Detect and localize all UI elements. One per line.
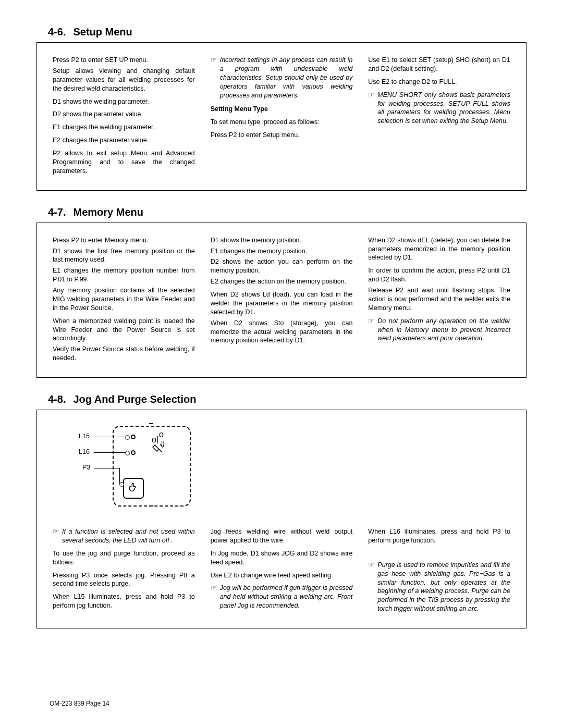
- section-memory-menu: 4-7.Memory Menu Press P2 to enter Memory…: [36, 206, 527, 378]
- p: Any memory position contains all the sel…: [53, 286, 195, 313]
- col46-1: Press P2 to enter SET UP menu. Setup all…: [53, 56, 195, 180]
- content-box-46: Press P2 to enter SET UP menu. Setup all…: [36, 42, 527, 191]
- subhead-setting-menu-type: Setting Menu Type: [211, 105, 353, 114]
- col48-2: Jog feeds welding wire without weld outp…: [211, 527, 353, 618]
- section-name-47: Memory Menu: [73, 206, 143, 218]
- note: ☞MENU SHORT only shows basic parameters …: [368, 91, 510, 126]
- section-name-48: Jog And Purge Selection: [73, 393, 196, 405]
- p: Press P2 to enter Setup menu.: [211, 131, 353, 140]
- col46-2: ☞Incorrect settings in any process can r…: [211, 56, 353, 180]
- col47-1: Press P2 to enter Memory menu. D1 shows …: [53, 236, 195, 367]
- note-text: Incorrect settings in any process can re…: [220, 56, 353, 100]
- p: Press P2 to enter Memory menu.: [53, 236, 195, 245]
- leader-l16: [94, 452, 129, 453]
- leader-p3-end: [119, 484, 124, 484]
- pointing-hand-icon: ☞: [211, 56, 217, 100]
- pointing-hand-icon: ☞: [368, 91, 374, 126]
- note: ☞Incorrect settings in any process can r…: [211, 56, 353, 100]
- label-l15: L15: [79, 433, 90, 440]
- p: Pressing P3 once selects jog. Pressing P…: [53, 571, 195, 589]
- p: Use E1 to select SET (setup) SHO (short)…: [368, 56, 510, 73]
- jog-purge-diagram: oo⇩ L15 L16 P3 .lead3::after{display:non…: [60, 423, 217, 512]
- section-setup-menu: 4-6.Setup Menu Press P2 to enter SET UP …: [36, 26, 527, 191]
- p: In order to confirm the action, press P2…: [368, 266, 510, 284]
- p: E2 changes the parameter value.: [53, 136, 195, 145]
- pointing-hand-icon: ☞: [211, 584, 217, 610]
- label-p3: P3: [82, 464, 90, 471]
- tick-top: [149, 423, 153, 424]
- p: Use E2 to change D2 to FULL.: [368, 78, 510, 87]
- p: D2 shows the parameter value.: [53, 110, 195, 119]
- p: To set menu type, proceed as follows:: [211, 118, 353, 127]
- button-p3: [123, 478, 144, 499]
- torch-icon: [152, 444, 164, 461]
- note-text: Purge is used to remove impurities and f…: [377, 561, 510, 613]
- col47-3: When D2 shows dEL (delete), you can dele…: [368, 236, 510, 367]
- col47-2: D1 shows the memory position. E1 changes…: [211, 236, 353, 367]
- p: When D2 shows dEL (delete), you can dele…: [368, 236, 510, 263]
- p: E2 changes the action on the memory posi…: [211, 277, 353, 286]
- content-box-48: oo⇩ L15 L16 P3 .lead3::after{display:non…: [36, 410, 527, 628]
- p: E1 changes the memory position number fr…: [53, 266, 195, 284]
- section-title-47: 4-7.Memory Menu: [36, 206, 527, 218]
- spacer: [368, 549, 510, 557]
- note-text: Jog will be performed if gun trigger is …: [220, 584, 353, 610]
- content-box-47: Press P2 to enter Memory menu. D1 shows …: [36, 223, 527, 378]
- p: D1 shows the welding parameter.: [53, 97, 195, 106]
- p: Setup allows viewing and changing defaul…: [53, 67, 195, 93]
- p: Press P2 to enter SET UP menu.: [53, 56, 195, 65]
- led-l16: [131, 450, 136, 455]
- leader-p3: [94, 468, 120, 468]
- p: E1 changes the welding parameter.: [53, 123, 195, 132]
- leader-l15: [94, 437, 129, 437]
- note: ☞Purge is used to remove impurities and …: [368, 561, 510, 613]
- p: D1 shows the first free memory position …: [53, 247, 195, 265]
- p: Jog feeds welding wire without weld outp…: [211, 527, 353, 545]
- p: When a memorized welding point is loaded…: [53, 317, 195, 343]
- p: D1 shows the memory position.: [211, 236, 353, 245]
- p: E1 changes the memory position.: [211, 247, 353, 256]
- section-num-46: 4-6.: [48, 26, 66, 38]
- pointing-hand-icon: ☞: [53, 527, 59, 545]
- p: Release P2 and wait until flashing stops…: [368, 286, 510, 313]
- note: ☞If a function is selected and not used …: [53, 527, 195, 545]
- label-l16: L16: [79, 448, 90, 455]
- leader-p3-seg: [119, 468, 120, 484]
- p: Use E2 to change wire feed speed setting…: [211, 571, 353, 580]
- note: ☞Jog will be performed if gun trigger is…: [211, 584, 353, 610]
- page-footer: OM-223 839 Page 14: [50, 700, 109, 707]
- section-num-48: 4-8.: [48, 393, 66, 405]
- note-text: Do not perform any operation on the weld…: [377, 317, 510, 343]
- section-title-46: 4-6.Setup Menu: [36, 26, 527, 38]
- pointing-hand-icon: ☞: [368, 317, 374, 343]
- section-title-48: 4-8.Jog And Purge Selection: [36, 393, 527, 405]
- p: When D2 shows Sto (storage), you can mem…: [211, 319, 353, 346]
- p: P2 allows to exit setup Menu and Advance…: [53, 149, 195, 176]
- p: When L16 illuminates, press and hold P3 …: [368, 527, 510, 545]
- p: In Jog mode, D1 shows JOG and D2 shows w…: [211, 549, 353, 567]
- section-jog-purge: 4-8.Jog And Purge Selection oo⇩ L15 L16 …: [36, 393, 527, 628]
- p: D2 shows the action you can perform on t…: [211, 257, 353, 275]
- pointing-hand-icon: ☞: [368, 561, 374, 613]
- tick-bot: [149, 505, 153, 507]
- note-text: MENU SHORT only shows basic parameters f…: [377, 91, 510, 126]
- col48-3: When L16 illuminates, press and hold P3 …: [368, 527, 510, 618]
- p: When L15 illuminates, press and hold P3 …: [53, 593, 195, 610]
- note-text: If a function is selected and not used w…: [62, 527, 195, 545]
- note: ☞Do not perform any operation on the wel…: [368, 317, 510, 343]
- p: Verify the Power Source status before we…: [53, 345, 195, 363]
- col46-3: Use E1 to select SET (setup) SHO (short)…: [368, 56, 510, 180]
- hand-press-icon: [128, 482, 139, 495]
- col48-1: ☞If a function is selected and not used …: [53, 527, 195, 618]
- p: When D2 shows Ld (load), you can load in…: [211, 290, 353, 317]
- section-name-46: Setup Menu: [73, 26, 132, 38]
- p: To use the jog and purge function, proce…: [53, 549, 195, 567]
- led-l15: [131, 435, 136, 439]
- section-num-47: 4-7.: [48, 206, 66, 218]
